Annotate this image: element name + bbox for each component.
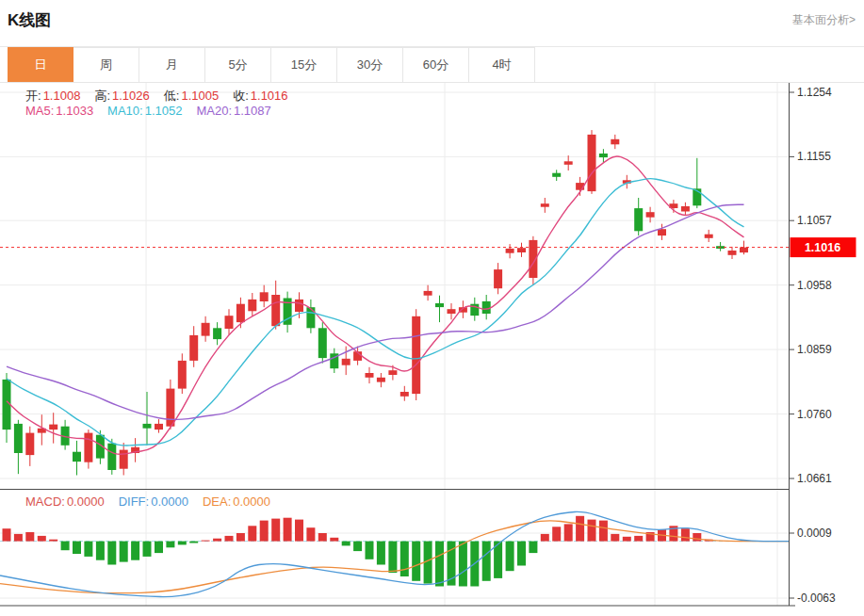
candle bbox=[740, 248, 748, 253]
candle bbox=[658, 229, 666, 235]
candle bbox=[681, 206, 690, 212]
fundamental-analysis-link[interactable]: 基本面分析> bbox=[792, 12, 856, 28]
macd-bar bbox=[236, 533, 245, 542]
macd-bar bbox=[14, 534, 23, 542]
macd-bar bbox=[342, 542, 350, 546]
macd-bar bbox=[61, 542, 70, 551]
macd-bar bbox=[143, 542, 152, 557]
candle bbox=[728, 251, 737, 255]
macd-bar bbox=[541, 534, 549, 542]
macd-bar bbox=[435, 542, 444, 587]
tab-日[interactable]: 日 bbox=[8, 47, 73, 82]
tab-周[interactable]: 周 bbox=[73, 47, 139, 82]
macd-bar bbox=[271, 519, 280, 542]
period-tab-bar: 日周月5分15分30分60分4时 bbox=[0, 47, 864, 83]
macd-bar bbox=[506, 542, 514, 572]
candle bbox=[155, 424, 163, 430]
ma5-line bbox=[7, 156, 744, 454]
candle bbox=[342, 359, 350, 365]
macd-bar bbox=[588, 520, 596, 542]
candle bbox=[318, 328, 327, 358]
candle bbox=[202, 323, 210, 336]
macd-bar bbox=[213, 539, 221, 542]
macd-bar bbox=[131, 542, 139, 560]
candle bbox=[400, 392, 409, 397]
candle bbox=[366, 373, 374, 378]
candle bbox=[120, 450, 128, 469]
candle bbox=[506, 249, 514, 253]
tab-30分[interactable]: 30分 bbox=[337, 47, 403, 82]
candle bbox=[73, 452, 81, 462]
axis-tick-label: 1.1155 bbox=[797, 150, 831, 163]
macd-bar bbox=[73, 542, 81, 554]
macd-bar bbox=[599, 521, 608, 542]
ma20-line bbox=[7, 204, 744, 419]
kline-chart-canvas[interactable]: 1.12541.11551.10571.09581.08591.07601.06… bbox=[0, 83, 864, 615]
axis-tick-label: 1.0661 bbox=[797, 472, 832, 485]
macd-bar bbox=[107, 542, 116, 565]
candle bbox=[482, 301, 491, 314]
candle bbox=[14, 424, 23, 453]
macd-bar bbox=[178, 542, 187, 545]
candle bbox=[25, 433, 34, 456]
macd-bar bbox=[3, 528, 11, 541]
candle bbox=[435, 303, 444, 307]
axis-tick-label: 1.0958 bbox=[797, 279, 832, 292]
tab-60分[interactable]: 60分 bbox=[403, 47, 469, 82]
tab-月[interactable]: 月 bbox=[139, 47, 205, 82]
chart-area[interactable]: 1.12541.11551.10571.09581.08591.07601.06… bbox=[0, 83, 864, 615]
macd-bar bbox=[120, 542, 128, 562]
macd-bar bbox=[248, 526, 256, 541]
macd-bar bbox=[49, 540, 57, 542]
axis-tick-label: 0.0009 bbox=[797, 527, 832, 540]
macd-bar bbox=[330, 538, 338, 542]
page-title: K线图 bbox=[8, 9, 51, 31]
candle bbox=[143, 424, 152, 429]
candle bbox=[412, 316, 420, 394]
macd-bar bbox=[306, 527, 315, 541]
candle bbox=[166, 389, 174, 427]
candle bbox=[377, 378, 385, 382]
macd-bar bbox=[84, 542, 92, 557]
tab-5分[interactable]: 5分 bbox=[205, 47, 271, 82]
candle bbox=[271, 295, 280, 326]
tab-4时[interactable]: 4时 bbox=[469, 47, 535, 82]
candle bbox=[260, 292, 269, 301]
candle bbox=[306, 307, 315, 328]
axis-tick-label: 1.0760 bbox=[797, 408, 832, 421]
macd-bar bbox=[634, 536, 643, 542]
macd-bar bbox=[260, 521, 269, 542]
macd-bar bbox=[412, 542, 420, 581]
macd-bar bbox=[400, 542, 409, 576]
macd-bar bbox=[459, 542, 467, 587]
candle bbox=[388, 370, 397, 375]
macd-bar bbox=[25, 532, 34, 542]
macd-bar bbox=[517, 542, 526, 566]
candle bbox=[225, 316, 234, 329]
macd-bar bbox=[576, 516, 584, 542]
kline-page: K线图 基本面分析> 日周月5分15分30分60分4时 1.12541.1155… bbox=[0, 0, 864, 616]
svg-text:1.1016: 1.1016 bbox=[805, 241, 840, 254]
last-price-tag: 1.1016 bbox=[791, 237, 856, 257]
macd-bar bbox=[155, 542, 163, 554]
axis-tick-label: 1.1057 bbox=[797, 214, 832, 227]
macd-bar bbox=[318, 533, 327, 542]
candle bbox=[248, 300, 256, 311]
candle bbox=[599, 154, 608, 157]
candle bbox=[424, 291, 432, 296]
macd-bar bbox=[388, 542, 397, 574]
macd-bar bbox=[284, 518, 292, 542]
candle bbox=[611, 139, 619, 145]
macd-bar bbox=[681, 528, 690, 541]
tab-15分[interactable]: 15分 bbox=[271, 47, 337, 82]
candle bbox=[517, 248, 526, 252]
macd-bar bbox=[552, 527, 561, 541]
candle bbox=[107, 444, 116, 470]
macd-bar bbox=[295, 520, 303, 542]
macd-bar bbox=[189, 542, 198, 543]
macd-bar bbox=[693, 533, 701, 542]
candle bbox=[646, 212, 655, 218]
page-header: K线图 基本面分析> bbox=[0, 0, 864, 47]
macd-bar bbox=[366, 542, 374, 559]
axis-tick-label: -0.0063 bbox=[797, 592, 836, 605]
